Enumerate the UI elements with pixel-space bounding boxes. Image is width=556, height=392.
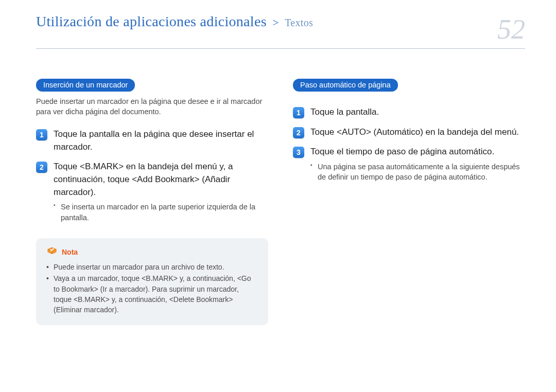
step-text: Toque el tiempo de paso de página automá… [310, 146, 525, 158]
step-item: 2 Toque <B.MARK> en la bandeja del menú … [36, 161, 268, 225]
content-columns: Inserción de un marcador Puede insertar … [36, 79, 525, 325]
section-pill-autopage: Paso automático de página [293, 79, 398, 92]
breadcrumb-sep: > [270, 16, 281, 29]
step-text: Toque la pantalla en la página que desee… [54, 128, 268, 153]
note-icon [46, 246, 58, 258]
step-number-badge: 1 [36, 129, 47, 140]
steps-list-right: 1 Toque la pantalla. 2 Toque <AUTO> (Aut… [293, 106, 525, 185]
breadcrumb-sub: Textos [285, 17, 313, 28]
page: Utilización de aplicaciones adicionales … [0, 0, 556, 392]
note-list-item: Puede insertar un marcador para un archi… [46, 262, 258, 272]
right-column: Paso automático de página 1 Toque la pan… [293, 79, 525, 325]
breadcrumb-main: Utilización de aplicaciones adicionales [36, 13, 267, 29]
sublist-item: Una página se pasa automáticamente a la … [310, 162, 525, 183]
breadcrumb: Utilización de aplicaciones adicionales … [36, 13, 313, 30]
step-number-badge: 1 [293, 107, 304, 118]
step-number-badge: 3 [293, 147, 304, 158]
step-text: Toque <B.MARK> en la bandeja del menú y,… [54, 161, 268, 199]
note-head: Nota [46, 246, 258, 258]
step-item: 3 Toque el tiempo de paso de página auto… [293, 146, 525, 184]
step-item: 1 Toque la pantalla en la página que des… [36, 128, 268, 153]
header-divider [36, 48, 525, 49]
step-item: 2 Toque <AUTO> (Automático) en la bandej… [293, 126, 525, 139]
sublist-item: Se inserta un marcador en la parte super… [54, 202, 268, 223]
section-intro: Puede insertar un marcador en la página … [36, 97, 268, 117]
header: Utilización de aplicaciones adicionales … [36, 13, 525, 45]
note-list-item: Vaya a un marcador, toque <B.MARK> y, a … [46, 273, 258, 315]
step-number-badge: 2 [293, 127, 304, 138]
step-item: 1 Toque la pantalla. [293, 106, 525, 119]
note-list: Puede insertar un marcador para un archi… [46, 262, 258, 315]
note-box: Nota Puede insertar un marcador para un … [36, 238, 268, 325]
section-pill-bookmark: Inserción de un marcador [36, 79, 135, 92]
note-label: Nota [62, 248, 78, 256]
left-column: Inserción de un marcador Puede insertar … [36, 79, 268, 325]
step-sublist: Se inserta un marcador en la parte super… [54, 202, 268, 223]
steps-list-left: 1 Toque la pantalla en la página que des… [36, 128, 268, 225]
step-sublist: Una página se pasa automáticamente a la … [310, 162, 525, 183]
step-number-badge: 2 [36, 162, 47, 173]
page-number: 52 [497, 13, 525, 45]
step-text: Toque <AUTO> (Automático) en la bandeja … [310, 126, 519, 139]
step-text: Toque la pantalla. [310, 106, 379, 119]
